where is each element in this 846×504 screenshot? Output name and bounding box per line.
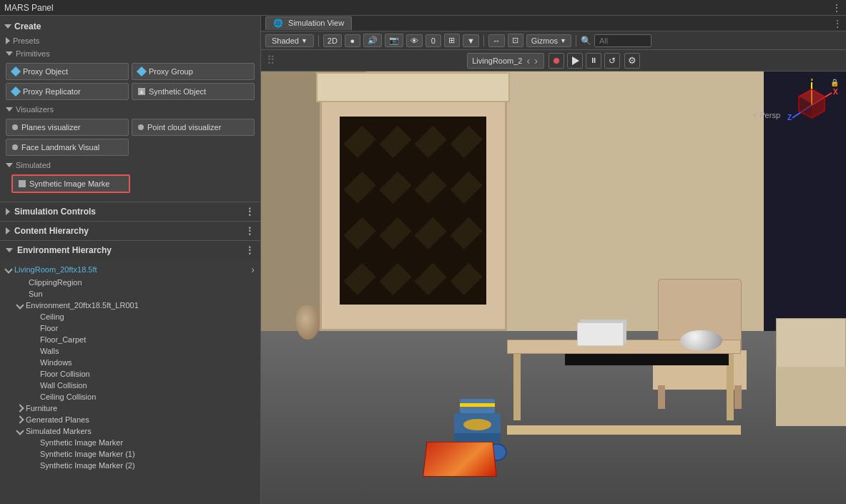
2d-btn[interactable]: 2D (323, 34, 342, 47)
room-prev-btn[interactable]: ‹ (525, 55, 531, 66)
living-room-children: ClippingRegion Sun Environment_20ftx18.5… (0, 277, 260, 471)
viewport-type-btn[interactable]: ⊡ (508, 34, 523, 47)
environment-node[interactable]: Environment_20ftx18.5ft_LR001 (11, 300, 260, 311)
robot-body-obj (454, 413, 501, 442)
room-name-selector[interactable]: LivingRoom_2 ‹ › (467, 53, 544, 69)
simulated-markers-node[interactable]: Simulated Markers (11, 425, 260, 437)
nav-cube-svg: X Y Z (785, 79, 839, 132)
wall-collision-leaf[interactable]: Wall Collision (23, 380, 260, 391)
simulated-expand-icon (6, 163, 13, 167)
synthetic-object-icon: ▲ (138, 88, 145, 95)
record-btn[interactable] (549, 53, 564, 69)
visualizers-expand-icon (6, 107, 13, 112)
sim-marker-1-leaf[interactable]: Synthetic Image Marker (23, 437, 260, 448)
content-hierarchy-header[interactable]: Content Hierarchy ⋮ (0, 222, 260, 240)
simulation-controls-header[interactable]: Simulation Controls ⋮ (0, 202, 260, 221)
simulation-controls-expand-icon (6, 208, 10, 215)
synthetic-object-btn[interactable]: ▲ Synthetic Object (132, 83, 255, 100)
camera-btn[interactable]: 📷 (385, 34, 403, 47)
refresh-btn[interactable]: ↺ (604, 53, 620, 69)
sphere-btn[interactable]: ● (345, 34, 360, 47)
floor-leaf[interactable]: Floor (23, 322, 260, 334)
move-btn[interactable]: ↔ (488, 34, 505, 47)
ceiling-leaf[interactable]: Ceiling (23, 311, 260, 322)
grid-cell (379, 126, 411, 158)
separator-1 (318, 35, 319, 46)
windows-leaf[interactable]: Windows (23, 357, 260, 368)
point-cloud-visualizer-btn[interactable]: Point cloud visualizer (132, 119, 255, 136)
face-landmark-icon (12, 144, 18, 150)
sim-marker-2-leaf[interactable]: Synthetic Image Marker (1) (23, 448, 260, 460)
nav-cube-overlay: X Y Z 🔒 (785, 79, 839, 132)
arrow-btn[interactable]: ▼ (463, 34, 479, 47)
environment-hierarchy-dots[interactable]: ⋮ (245, 244, 255, 256)
point-cloud-visualizer-icon (138, 124, 144, 130)
eye-btn[interactable]: 👁 (406, 34, 423, 47)
grid-btn[interactable]: ⊞ (444, 34, 460, 47)
svg-text:Z: Z (787, 114, 792, 122)
content-hierarchy-expand-icon (6, 227, 10, 234)
persp-label: < Persp (753, 111, 780, 119)
generated-planes-node[interactable]: Generated Planes (11, 414, 260, 425)
transport-divider: ⠿ (267, 54, 275, 67)
environment-children: Ceiling Floor Floor_Carpet Walls Windows… (11, 311, 260, 402)
create-section-header[interactable]: Create (0, 19, 260, 34)
viewport-search-input[interactable] (594, 34, 651, 47)
furniture-expand-icon (16, 404, 24, 412)
fireplace-surround (320, 80, 507, 331)
simulation-controls-dots[interactable]: ⋮ (245, 206, 255, 217)
play-btn[interactable] (567, 53, 583, 69)
sim-tab-dots[interactable]: ⋮ (833, 19, 842, 29)
furniture-node[interactable]: Furniture (11, 402, 260, 414)
synthetic-image-marker-btn[interactable]: ▲ Synthetic Image Marke (11, 174, 130, 193)
window-menu-dots[interactable]: ⋮ (832, 2, 842, 14)
face-landmark-visual-btn[interactable]: Face Landmark Visual (6, 139, 129, 156)
table-leg-fl (513, 354, 521, 420)
proxy-replicator-btn[interactable]: Proxy Replicator (6, 83, 129, 100)
shaded-btn[interactable]: Shaded ▼ (265, 34, 314, 47)
transport-settings-btn[interactable]: ⚙ (624, 53, 640, 69)
gizmos-btn[interactable]: Gizmos ▼ (526, 34, 571, 47)
room-next-btn[interactable]: › (533, 55, 539, 66)
render-count-btn[interactable]: 0 (426, 34, 441, 47)
environment-hierarchy-header[interactable]: Environment Hierarchy ⋮ (0, 241, 260, 260)
floor-carpet-leaf[interactable]: Floor_Carpet (23, 334, 260, 345)
planes-visualizer-btn[interactable]: Planes visualizer (6, 119, 129, 136)
grid-cell (450, 217, 482, 249)
speaker-btn[interactable]: 🔊 (363, 34, 382, 47)
simulation-view-tab[interactable]: 🌐 Simulation View (265, 16, 352, 30)
presets-expand-icon (6, 37, 10, 44)
svg-text:X: X (833, 88, 838, 96)
grid-cell (379, 217, 411, 249)
walls-leaf[interactable]: Walls (23, 345, 260, 357)
create-label: Create (14, 21, 41, 31)
grid-cell (344, 262, 376, 295)
environment-expand-icon (16, 301, 24, 309)
ceiling-collision-leaf[interactable]: Ceiling Collision (23, 391, 260, 402)
pause-btn[interactable]: ⏸ (586, 53, 601, 69)
living-room-node[interactable]: LivingRoom_20ftx18.5ft › (0, 262, 260, 277)
robot-head-stripe (460, 403, 495, 407)
sun-leaf[interactable]: Sun (11, 288, 260, 300)
proxy-object-icon (11, 66, 21, 76)
grid-cell (450, 172, 482, 204)
visualizers-grid: Planes visualizer Point cloud visualizer (0, 116, 260, 139)
robot-head-obj (460, 399, 495, 413)
grid-cell (344, 217, 376, 249)
lock-icon: 🔒 (830, 79, 839, 87)
grid-cell (344, 126, 376, 158)
sim-marker-3-leaf[interactable]: Synthetic Image Marker (2) (23, 460, 260, 471)
robot-chest (463, 419, 491, 430)
content-hierarchy-dots[interactable]: ⋮ (245, 225, 255, 237)
furniture-label: Furniture (26, 404, 57, 412)
floor-collision-leaf[interactable]: Floor Collision (23, 368, 260, 380)
tree-root: LivingRoom_20ftx18.5ft › ClippingRegion … (0, 260, 260, 474)
left-panel: Create Presets Primitives Proxy Object (0, 16, 261, 504)
3d-scene: X Y Z 🔒 < Persp (261, 71, 846, 504)
proxy-group-btn[interactable]: Proxy Group (132, 63, 255, 80)
grid-cell (415, 172, 447, 204)
proxy-object-btn[interactable]: Proxy Object (6, 63, 129, 80)
clipping-region-leaf[interactable]: ClippingRegion (11, 277, 260, 288)
face-landmark-row: Face Landmark Visual (0, 139, 260, 159)
grid-cell (344, 172, 376, 204)
